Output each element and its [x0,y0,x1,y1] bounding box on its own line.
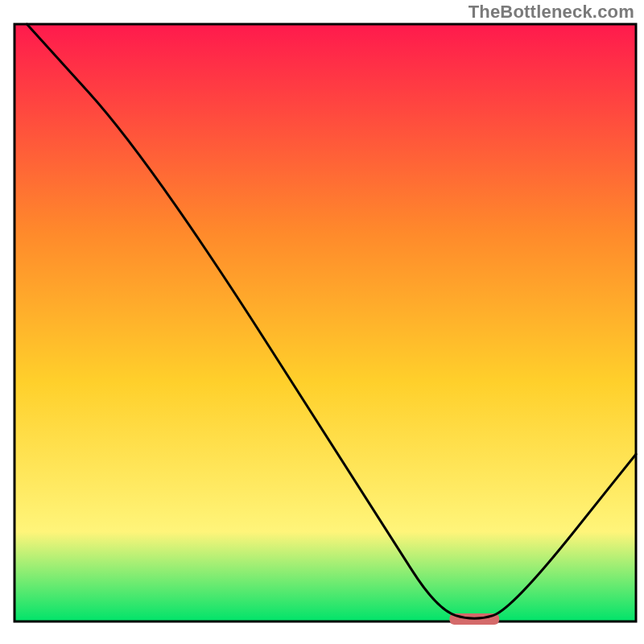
plot-area [14,24,636,625]
bottleneck-chart: TheBottleneck.com [0,0,644,644]
chart-svg [0,0,644,644]
